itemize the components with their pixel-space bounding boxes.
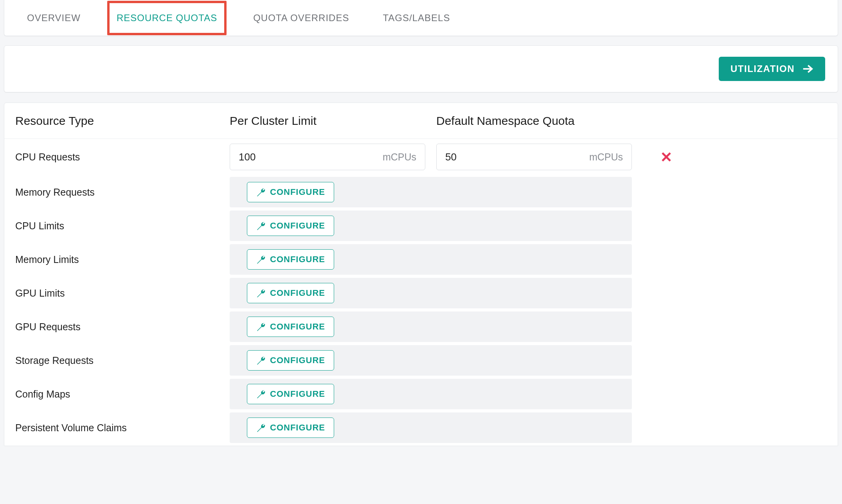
utilization-bar: UTILIZATION <box>4 45 838 92</box>
table-header: Resource Type Per Cluster Limit Default … <box>4 103 838 139</box>
configure-button[interactable]: CONFIGURE <box>247 283 334 303</box>
configure-cell: CONFIGURE <box>230 311 632 342</box>
row-config-maps: Config Maps CONFIGURE <box>4 378 838 410</box>
configure-button[interactable]: CONFIGURE <box>247 182 334 202</box>
col-per-cluster: Per Cluster Limit <box>230 114 425 128</box>
configure-label: CONFIGURE <box>270 254 325 265</box>
resource-type-label: Storage Requests <box>15 355 219 366</box>
configure-label: CONFIGURE <box>270 355 325 365</box>
wrench-icon <box>256 255 265 264</box>
row-cpu-limits: CPU Limits CONFIGURE <box>4 209 838 242</box>
configure-cell: CONFIGURE <box>230 345 632 376</box>
configure-button[interactable]: CONFIGURE <box>247 317 334 337</box>
row-gpu-limits: GPU Limits CONFIGURE <box>4 277 838 310</box>
wrench-icon <box>256 356 265 365</box>
row-memory-requests: Memory Requests CONFIGURE <box>4 176 838 209</box>
configure-cell: CONFIGURE <box>230 412 632 443</box>
col-resource-type: Resource Type <box>15 114 219 128</box>
row-memory-limits: Memory Limits CONFIGURE <box>4 243 838 276</box>
resource-type-label: Persistent Volume Claims <box>15 422 219 434</box>
configure-cell: CONFIGURE <box>230 177 632 207</box>
resource-type-label: Memory Requests <box>15 187 219 198</box>
configure-cell: CONFIGURE <box>230 211 632 241</box>
tab-quota-overrides[interactable]: QUOTA OVERRIDES <box>246 1 356 35</box>
resource-type-label: GPU Limits <box>15 288 219 299</box>
namespace-quota-cell: mCPUs <box>436 144 632 170</box>
configure-label: CONFIGURE <box>270 423 325 433</box>
wrench-icon <box>256 221 265 230</box>
wrench-icon <box>256 187 265 197</box>
configure-cell: CONFIGURE <box>230 244 632 275</box>
configure-label: CONFIGURE <box>270 288 325 298</box>
tab-resource-quotas[interactable]: RESOURCE QUOTAS <box>107 1 227 35</box>
configure-label: CONFIGURE <box>270 322 325 332</box>
configure-label: CONFIGURE <box>270 221 325 231</box>
resource-type-label: CPU Limits <box>15 220 219 232</box>
configure-button[interactable]: CONFIGURE <box>247 216 334 236</box>
row-cpu-requests: CPU Requests mCPUs mCPUs <box>4 139 838 175</box>
utilization-label: UTILIZATION <box>730 63 795 74</box>
wrench-icon <box>256 288 265 298</box>
cluster-limit-unit: mCPUs <box>383 151 416 163</box>
configure-label: CONFIGURE <box>270 187 325 197</box>
wrench-icon <box>256 322 265 331</box>
resource-quota-panel: Resource Type Per Cluster Limit Default … <box>4 103 838 446</box>
row-storage-requests: Storage Requests CONFIGURE <box>4 344 838 377</box>
configure-cell: CONFIGURE <box>230 379 632 409</box>
cluster-limit-cell: mCPUs <box>230 144 425 170</box>
configure-button[interactable]: CONFIGURE <box>247 249 334 270</box>
resource-type-label: Config Maps <box>15 389 219 400</box>
resource-type-label: GPU Requests <box>15 321 219 333</box>
delete-icon[interactable] <box>660 151 672 163</box>
tab-tags-labels[interactable]: TAGS/LABELS <box>376 1 457 35</box>
resource-type-label: CPU Requests <box>15 151 219 163</box>
wrench-icon <box>256 423 265 432</box>
cluster-limit-input[interactable] <box>239 151 379 163</box>
configure-cell: CONFIGURE <box>230 278 632 308</box>
wrench-icon <box>256 389 265 399</box>
tab-strip: OVERVIEW RESOURCE QUOTAS QUOTA OVERRIDES… <box>4 0 838 36</box>
col-namespace: Default Namespace Quota <box>436 114 632 128</box>
tab-overview[interactable]: OVERVIEW <box>20 1 88 35</box>
row-gpu-requests: GPU Requests CONFIGURE <box>4 310 838 343</box>
resource-type-label: Memory Limits <box>15 254 219 265</box>
namespace-quota-unit: mCPUs <box>589 151 623 163</box>
namespace-quota-input[interactable] <box>445 151 585 163</box>
arrow-right-icon <box>802 63 813 75</box>
utilization-button[interactable]: UTILIZATION <box>719 57 825 81</box>
row-pvc: Persistent Volume Claims CONFIGURE <box>4 411 838 444</box>
configure-button[interactable]: CONFIGURE <box>247 350 334 371</box>
configure-button[interactable]: CONFIGURE <box>247 418 334 438</box>
configure-label: CONFIGURE <box>270 389 325 399</box>
configure-button[interactable]: CONFIGURE <box>247 384 334 404</box>
